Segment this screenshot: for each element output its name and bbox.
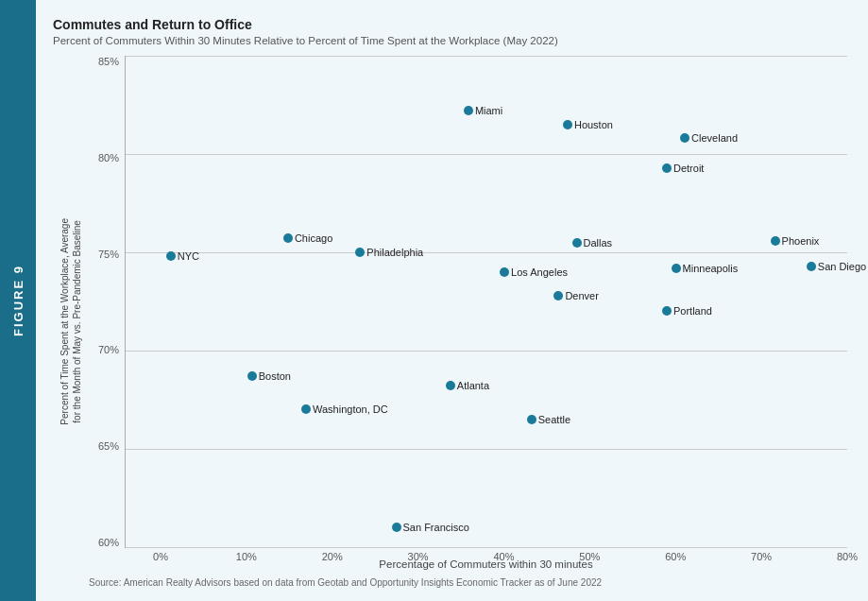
city-label-cleveland: Cleveland — [691, 132, 738, 144]
source-text: Source: American Realty Advisors based o… — [89, 577, 847, 588]
city-label-phoenix: Phoenix — [782, 235, 820, 247]
data-point-phoenix — [771, 236, 780, 246]
figure-label-bar: FIGURE 9 — [0, 0, 36, 601]
y-tick: 60% — [98, 537, 119, 548]
data-point-cleveland — [680, 133, 689, 143]
city-label-washington,-dc: Washington, DC — [313, 404, 388, 415]
city-label-philadelphia: Philadelphia — [366, 247, 423, 258]
data-point-miami — [464, 106, 473, 115]
city-label-houston: Houston — [574, 119, 613, 130]
chart-inner: 85%80%75%70%65%60% NYCBostonWashington, … — [89, 56, 847, 588]
data-point-nyc — [166, 251, 176, 261]
main-content: Commutes and Return to Office Percent of… — [36, 0, 868, 601]
y-ticks: 85%80%75%70%65%60% — [89, 56, 125, 548]
y-tick: 70% — [98, 344, 119, 355]
data-point-los-angeles — [500, 267, 509, 277]
grid-line — [126, 252, 847, 253]
plot-and-yaxis: 85%80%75%70%65%60% NYCBostonWashington, … — [89, 56, 847, 548]
city-label-detroit: Detroit — [673, 163, 704, 174]
chart-title: Commutes and Return to Office — [53, 17, 847, 32]
city-label-nyc: NYC — [178, 250, 199, 262]
data-point-boston — [247, 371, 257, 381]
grid-line — [126, 449, 847, 450]
data-point-seattle — [527, 415, 536, 424]
figure-container: FIGURE 9 Commutes and Return to Office P… — [0, 0, 868, 601]
city-label-seattle: Seattle — [538, 414, 570, 425]
x-axis-label: Percentage of Commuters within 30 minute… — [125, 558, 847, 570]
data-point-denver — [553, 291, 563, 300]
x-ticks-row: 0%10%20%30%40%50%60%70%80% — [161, 548, 847, 551]
data-point-atlanta — [446, 381, 455, 390]
grid-line — [126, 547, 847, 548]
grid-line — [126, 56, 847, 57]
data-point-san-diego — [807, 262, 816, 271]
y-tick: 85% — [98, 56, 119, 67]
city-label-san-diego: San Diego — [818, 261, 866, 272]
data-point-washington,-dc — [301, 404, 311, 414]
y-tick: 65% — [98, 440, 119, 452]
data-point-dallas — [572, 238, 582, 248]
data-point-houston — [563, 120, 572, 129]
city-label-dallas: Dallas — [584, 237, 613, 249]
data-point-detroit — [662, 163, 672, 173]
data-point-philadelphia — [355, 248, 365, 257]
city-label-denver: Denver — [565, 290, 598, 301]
y-tick: 80% — [98, 152, 119, 163]
plot-box: NYCBostonWashington, DCChicagoPhiladelph… — [125, 56, 847, 548]
city-label-chicago: Chicago — [295, 232, 332, 244]
city-label-boston: Boston — [259, 370, 291, 382]
city-label-san-francisco: San Francisco — [403, 522, 469, 533]
figure-label-text: FIGURE 9 — [11, 265, 26, 336]
city-label-atlanta: Atlanta — [457, 380, 489, 391]
data-point-portland — [662, 306, 672, 316]
data-point-minneapolis — [672, 264, 681, 273]
city-label-miami: Miami — [475, 105, 502, 116]
city-label-minneapolis: Minneapolis — [683, 263, 739, 274]
y-axis-label-wrap: Percent of Time Spent at the Workplace, … — [53, 56, 89, 588]
grid-line — [126, 154, 847, 155]
y-tick: 75% — [98, 249, 119, 260]
chart-area: Percent of Time Spent at the Workplace, … — [53, 56, 847, 588]
data-point-chicago — [283, 233, 293, 243]
data-point-san-francisco — [392, 523, 401, 532]
chart-subtitle: Percent of Commuters Within 30 Minutes R… — [53, 35, 847, 46]
city-label-los-angeles: Los Angeles — [511, 266, 568, 278]
grid-line — [126, 351, 847, 352]
y-axis-label: Percent of Time Spent at the Workplace, … — [59, 218, 83, 425]
city-label-portland: Portland — [673, 305, 712, 317]
